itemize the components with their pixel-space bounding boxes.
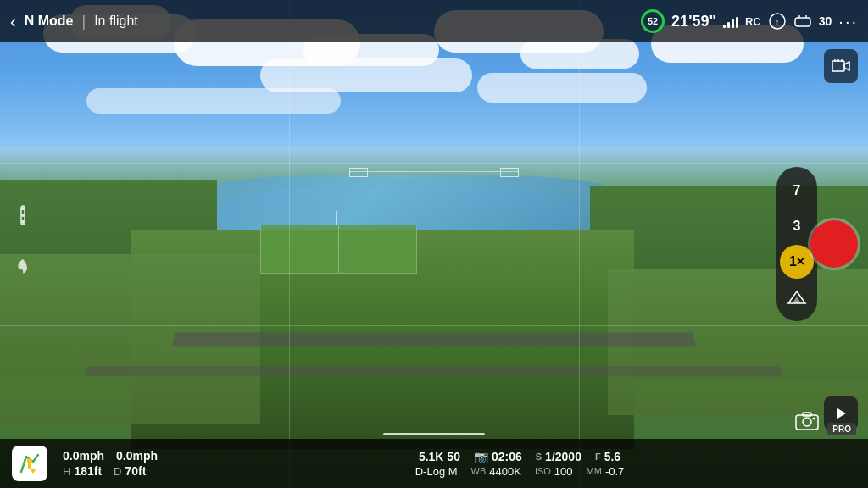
- iso-setting: ISO 100: [535, 465, 573, 478]
- wb-label: WB: [471, 466, 487, 476]
- svg-point-22: [803, 418, 811, 426]
- height-item: H 181ft: [63, 464, 102, 478]
- svg-marker-10: [844, 62, 849, 70]
- zoom-1x-button[interactable]: 1×: [780, 245, 814, 279]
- obstacle-icon: ↑: [768, 12, 787, 30]
- remote-icon: [793, 12, 812, 30]
- shutter-val: 1/2000: [545, 450, 581, 463]
- wb-val: 4400K: [489, 465, 521, 478]
- obstacle-avoidance-icon: ↑: [768, 12, 787, 30]
- cloud: [520, 39, 639, 69]
- gimbal-control-icon[interactable]: [12, 204, 34, 231]
- top-right-hud: 52 21'59" RC ↑ 30: [641, 9, 858, 33]
- svg-marker-16: [837, 408, 846, 419]
- height-val: 181ft: [74, 464, 102, 478]
- camera-settings: 5.1K 50 📷 02:06 S 1/2000 F 5.6 D-Log M W…: [183, 450, 856, 478]
- wind-speed: 30: [819, 14, 832, 28]
- dist-val: 70ft: [125, 464, 146, 478]
- camera-icon: [795, 410, 819, 430]
- iso-label: ISO: [535, 466, 551, 476]
- signal-bar-3: [732, 19, 734, 28]
- film-mode-button[interactable]: [824, 49, 858, 83]
- cam-bottom-row: D-Log M WB 4400K ISO 100 MM -0.7: [415, 465, 625, 478]
- bottom-hud: 0.0mph 0.0mph H 181ft D 70ft 5.1K 50 📷 0…: [0, 439, 868, 488]
- menu-button[interactable]: ···: [838, 12, 858, 31]
- rec-time-val: 02:06: [492, 450, 522, 463]
- mountain-icon: [787, 290, 807, 305]
- fstop-setting: F 5.6: [595, 450, 620, 463]
- flight-time: 21'59": [671, 13, 716, 30]
- svg-rect-23: [803, 413, 811, 416]
- mm-setting: MM -0.7: [587, 465, 625, 478]
- road-2: [85, 366, 782, 375]
- controller-icon: [793, 12, 812, 30]
- flight-status: In flight: [94, 14, 138, 29]
- road: [172, 332, 697, 346]
- signal-strength: [723, 14, 738, 28]
- svg-point-20: [27, 458, 32, 463]
- signal-bar-2: [727, 22, 730, 28]
- vertical-speed: 0.0mph: [116, 449, 158, 463]
- recording-time: 📷 02:06: [474, 450, 522, 463]
- left-controls: [12, 51, 34, 437]
- camera-switch-button[interactable]: [795, 410, 819, 435]
- svg-point-8: [21, 214, 25, 217]
- svg-rect-12: [837, 59, 839, 62]
- speed2-val: 0.0mph: [116, 449, 158, 463]
- mm-label: MM: [587, 466, 602, 476]
- fstop-val: 5.6: [604, 450, 620, 463]
- play-icon: [834, 407, 848, 420]
- battery-indicator: 52: [641, 9, 665, 33]
- record-button[interactable]: [810, 220, 858, 268]
- cloud: [477, 73, 647, 103]
- iso-val: 100: [554, 465, 573, 478]
- distance-item: D 70ft: [114, 464, 146, 478]
- svg-marker-15: [793, 297, 801, 303]
- cloud: [86, 88, 341, 114]
- map-icon: [16, 450, 43, 477]
- speed1-val: 0.0mph: [63, 449, 104, 463]
- gimbal-icon: [12, 204, 34, 226]
- signal-bar-4: [736, 17, 738, 28]
- svg-rect-13: [841, 59, 843, 62]
- dlog-label: D-Log M: [415, 465, 458, 478]
- speed-row: 0.0mph 0.0mph: [63, 449, 158, 463]
- dist-label: D: [114, 465, 121, 478]
- drone-camera-view: [0, 0, 868, 488]
- shutter-label: S: [536, 452, 542, 462]
- svg-point-24: [813, 418, 815, 420]
- mm-val: -0.7: [605, 465, 624, 478]
- mountain-button[interactable]: [780, 280, 814, 314]
- svg-rect-9: [832, 61, 844, 71]
- svg-rect-11: [834, 59, 836, 62]
- resolution-label: 5.1K 50: [419, 450, 460, 463]
- wb-setting: WB 4400K: [471, 465, 521, 478]
- horizontal-speed: 0.0mph: [63, 449, 104, 463]
- film-icon: [832, 58, 850, 74]
- mode-label: N Mode: [25, 14, 74, 29]
- svg-rect-2: [795, 18, 810, 26]
- cam-top-row: 5.1K 50 📷 02:06 S 1/2000 F 5.6: [419, 450, 620, 463]
- back-button[interactable]: ‹: [10, 12, 16, 31]
- zoom-3-button[interactable]: 3: [780, 209, 814, 243]
- height-label: H: [63, 465, 70, 478]
- home-indicator: [383, 433, 485, 435]
- altitude-row: H 181ft D 70ft: [63, 464, 158, 478]
- settings-icon[interactable]: [12, 257, 34, 284]
- sports-field: [260, 225, 416, 274]
- fstop-label: F: [595, 452, 601, 462]
- separator: |: [81, 13, 86, 30]
- pro-badge[interactable]: PRO: [827, 423, 856, 435]
- map-button[interactable]: [12, 446, 47, 481]
- flame-icon: [12, 257, 34, 279]
- shutter-setting: S 1/2000: [536, 450, 581, 463]
- horizon-indicator: [349, 171, 519, 172]
- zoom-7-button[interactable]: 7: [780, 174, 814, 208]
- flight-info: 0.0mph 0.0mph H 181ft D 70ft: [63, 449, 158, 478]
- rec-time-icon: 📷: [474, 450, 488, 463]
- top-hud: ‹ N Mode | In flight 52 21'59" RC ↑: [0, 0, 868, 42]
- signal-bar-1: [723, 25, 726, 28]
- rc-label: RC: [745, 15, 761, 28]
- svg-text:↑: ↑: [776, 18, 780, 26]
